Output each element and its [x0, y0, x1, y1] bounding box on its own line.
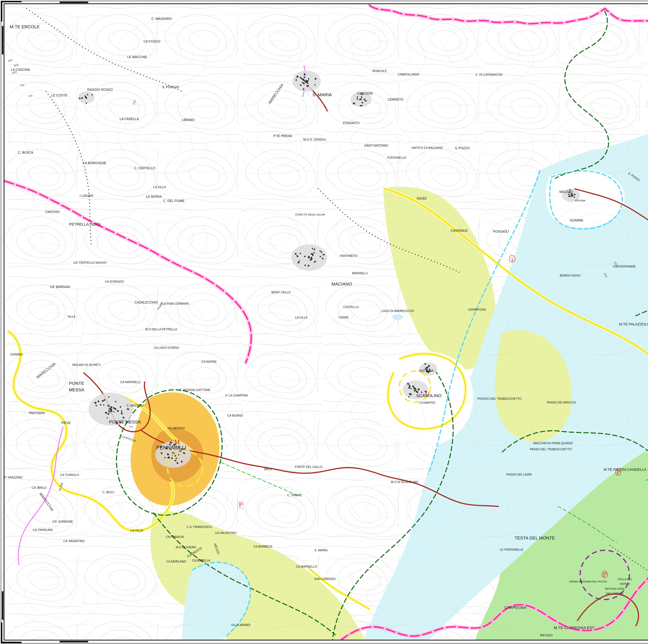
sheet-border — [1, 1, 648, 643]
map-sheet: { "title_block": { "logos": { "marche": … — [0, 0, 648, 644]
